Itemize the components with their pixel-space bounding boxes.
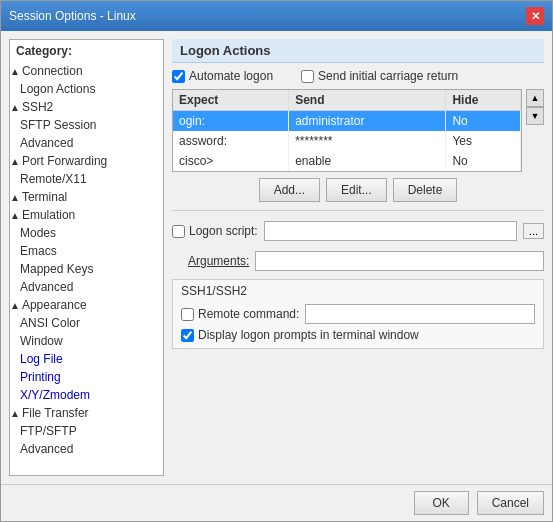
- tree-label-sftp-session: SFTP Session: [20, 118, 96, 132]
- tree-item-sftp-session[interactable]: SFTP Session: [10, 116, 163, 134]
- tree-label-appearance: Appearance: [22, 298, 87, 312]
- tree-item-logon-actions[interactable]: Logon Actions: [10, 80, 163, 98]
- edit-button[interactable]: Edit...: [326, 178, 387, 202]
- title-bar-text: Session Options - Linux: [9, 9, 136, 23]
- cell-hide-2: No: [446, 151, 521, 171]
- tree-item-ftp-sftp[interactable]: FTP/SFTP: [10, 422, 163, 440]
- divider-1: [172, 210, 544, 211]
- tree-toggle-emulation: ▲: [10, 210, 20, 221]
- tree-label-ansi-color: ANSI Color: [20, 316, 80, 330]
- display-logon-text: Display logon prompts in terminal window: [198, 328, 419, 342]
- tree-label-window: Window: [20, 334, 63, 348]
- tree-item-log-file[interactable]: Log File: [10, 350, 163, 368]
- tree-item-remote-x11[interactable]: Remote/X11: [10, 170, 163, 188]
- table-body: ogin:administratorNoassword:********Yesc…: [173, 111, 521, 172]
- ssh-section-title: SSH1/SSH2: [181, 284, 535, 298]
- tree-label-ftp-sftp: FTP/SFTP: [20, 424, 77, 438]
- right-panel: Logon Actions Automate logon Send initia…: [172, 39, 544, 476]
- cell-expect-2: cisco>: [173, 151, 289, 171]
- section-header: Logon Actions: [172, 39, 544, 63]
- send-carriage-checkbox[interactable]: [301, 70, 314, 83]
- scroll-down-button[interactable]: ▼: [526, 107, 544, 125]
- tree-label-logon-actions: Logon Actions: [20, 82, 95, 96]
- tree-item-xyz-modem[interactable]: X/Y/Zmodem: [10, 386, 163, 404]
- tree-label-emulation: Emulation: [22, 208, 75, 222]
- table-row[interactable]: assword:********Yes: [173, 131, 521, 151]
- display-logon-row: Display logon prompts in terminal window: [181, 326, 535, 344]
- cancel-button[interactable]: Cancel: [477, 491, 544, 515]
- tree-item-advanced-conn[interactable]: Advanced: [10, 134, 163, 152]
- tree-item-window[interactable]: Window: [10, 332, 163, 350]
- logon-script-checkbox[interactable]: [172, 225, 185, 238]
- tree-toggle-file-transfer: ▲: [10, 408, 20, 419]
- scroll-up-button[interactable]: ▲: [526, 89, 544, 107]
- title-bar: Session Options - Linux ✕: [1, 1, 552, 31]
- logon-script-row: Logon script: ...: [172, 219, 544, 243]
- tree-toggle-ssh2: ▲: [10, 102, 20, 113]
- automate-logon-text: Automate logon: [189, 69, 273, 83]
- tree-toggle-appearance: ▲: [10, 300, 20, 311]
- tree-toggle-port-forwarding: ▲: [10, 156, 20, 167]
- tree-item-terminal[interactable]: ▲Terminal: [10, 188, 163, 206]
- logon-script-text: Logon script:: [189, 224, 258, 238]
- tree-label-xyz-modem: X/Y/Zmodem: [20, 388, 90, 402]
- delete-button[interactable]: Delete: [393, 178, 458, 202]
- send-carriage-label[interactable]: Send initial carriage return: [301, 69, 458, 83]
- tree-item-modes[interactable]: Modes: [10, 224, 163, 242]
- logon-script-input[interactable]: [264, 221, 517, 241]
- display-logon-checkbox[interactable]: [181, 329, 194, 342]
- tree-item-printing[interactable]: Printing: [10, 368, 163, 386]
- tree-item-mapped-keys[interactable]: Mapped Keys: [10, 260, 163, 278]
- tree-label-connection: Connection: [22, 64, 83, 78]
- col-send: Send: [289, 90, 446, 111]
- remote-command-label[interactable]: Remote command:: [181, 307, 299, 321]
- tree-item-file-transfer[interactable]: ▲File Transfer: [10, 404, 163, 422]
- tree-label-remote-x11: Remote/X11: [20, 172, 87, 186]
- tree-label-port-forwarding: Port Forwarding: [22, 154, 107, 168]
- footer: OK Cancel: [1, 484, 552, 521]
- arguments-row: Arguments:: [172, 249, 544, 273]
- automate-logon-checkbox[interactable]: [172, 70, 185, 83]
- tree-label-log-file: Log File: [20, 352, 63, 366]
- tree-label-emacs: Emacs: [20, 244, 57, 258]
- tree-item-ssh2[interactable]: ▲SSH2: [10, 98, 163, 116]
- close-button[interactable]: ✕: [526, 7, 544, 25]
- tree-label-file-transfer: File Transfer: [22, 406, 89, 420]
- table-row[interactable]: cisco>enableNo: [173, 151, 521, 171]
- action-buttons: Add... Edit... Delete: [172, 178, 544, 202]
- logon-script-browse-button[interactable]: ...: [523, 223, 544, 239]
- send-carriage-text: Send initial carriage return: [318, 69, 458, 83]
- tree-item-emulation[interactable]: ▲Emulation: [10, 206, 163, 224]
- table-row[interactable]: ogin:administratorNo: [173, 111, 521, 132]
- tree-item-connection[interactable]: ▲Connection: [10, 62, 163, 80]
- dialog-body: Category: ▲ConnectionLogon Actions▲SSH2S…: [1, 31, 552, 484]
- arguments-input[interactable]: [255, 251, 544, 271]
- table-area: Expect Send Hide ogin:administratorNoass…: [172, 89, 544, 172]
- tree-label-ssh2: SSH2: [22, 100, 53, 114]
- add-button[interactable]: Add...: [259, 178, 320, 202]
- col-expect: Expect: [173, 90, 289, 111]
- cell-expect-0: ogin:: [173, 111, 289, 132]
- tree-label-terminal: Terminal: [22, 190, 67, 204]
- remote-command-checkbox[interactable]: [181, 308, 194, 321]
- tree-item-emacs[interactable]: Emacs: [10, 242, 163, 260]
- tree-item-appearance[interactable]: ▲Appearance: [10, 296, 163, 314]
- dialog-window: Session Options - Linux ✕ Category: ▲Con…: [0, 0, 553, 522]
- automate-logon-label[interactable]: Automate logon: [172, 69, 273, 83]
- tree-label-modes: Modes: [20, 226, 56, 240]
- tree-item-port-forwarding[interactable]: ▲Port Forwarding: [10, 152, 163, 170]
- cell-send-1: ********: [289, 131, 446, 151]
- checkbox-row: Automate logon Send initial carriage ret…: [172, 69, 544, 83]
- tree-item-advanced-term[interactable]: Advanced: [10, 278, 163, 296]
- cell-hide-1: Yes: [446, 131, 521, 151]
- ok-button[interactable]: OK: [414, 491, 469, 515]
- tree-toggle-terminal: ▲: [10, 192, 20, 203]
- display-logon-label[interactable]: Display logon prompts in terminal window: [181, 328, 419, 342]
- category-label: Category:: [10, 40, 163, 62]
- logon-script-label[interactable]: Logon script:: [172, 224, 258, 238]
- cell-hide-0: No: [446, 111, 521, 132]
- remote-command-input[interactable]: [305, 304, 535, 324]
- tree-item-ansi-color[interactable]: ANSI Color: [10, 314, 163, 332]
- tree-label-mapped-keys: Mapped Keys: [20, 262, 93, 276]
- tree-item-advanced-ft[interactable]: Advanced: [10, 440, 163, 458]
